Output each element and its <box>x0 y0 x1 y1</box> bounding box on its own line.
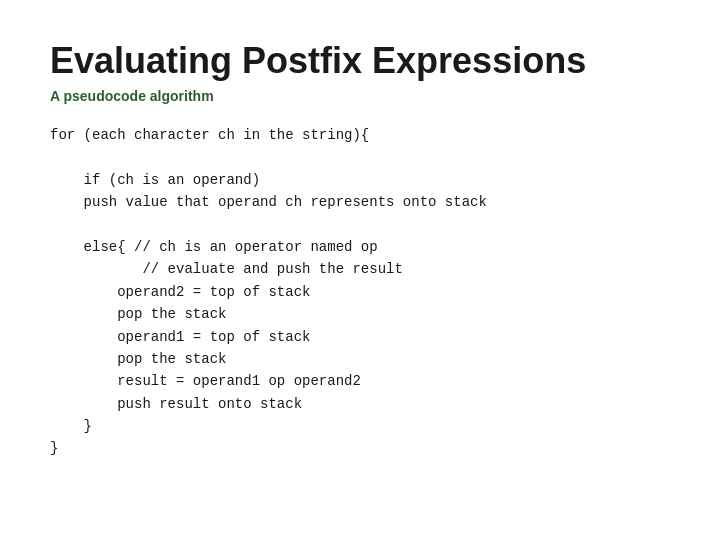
slide-subtitle: A pseudocode algorithm <box>50 88 670 104</box>
slide-container: Evaluating Postfix Expressions A pseudoc… <box>0 0 720 540</box>
slide-title: Evaluating Postfix Expressions <box>50 40 670 82</box>
code-block: for (each character ch in the string){ i… <box>50 124 670 460</box>
